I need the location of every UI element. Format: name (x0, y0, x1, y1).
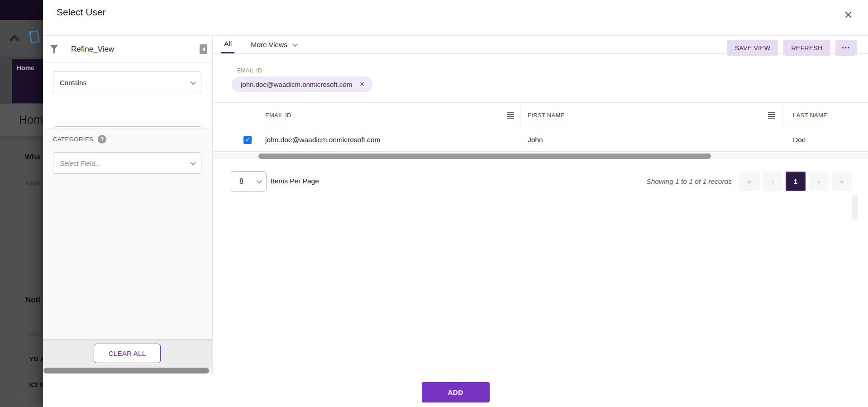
column-header-email-label: EMAIL ID (265, 112, 291, 119)
filter-chip: john.doe@waadicm.onmicrosoft.com ✕ (232, 77, 373, 92)
column-header-first-name-label: FIRST NAME (528, 112, 565, 119)
triangle-left-icon (202, 47, 205, 52)
background-row-2: ICI N (29, 381, 43, 388)
tab-more-views-label: More Views (251, 41, 287, 49)
category-field-placeholder: Select Field... (60, 159, 101, 167)
column-header-last-name-label: LAST NAME (793, 112, 827, 119)
background-card-title: Wha (25, 153, 40, 161)
pagination-controls: Showing 1 to 1 of 1 records « ‹ 1 › » (646, 172, 852, 191)
add-button[interactable]: ADD (422, 382, 490, 402)
refine-panel-header: Refine_View (43, 36, 212, 63)
background-page-title: Home (19, 113, 43, 126)
close-icon[interactable]: ✕ (844, 10, 853, 20)
items-per-page-value: 8 (239, 177, 243, 186)
scrollbar-thumb[interactable] (43, 368, 209, 373)
active-filters-zone: EMAIL ID john.doe@waadicm.onmicrosoft.co… (213, 54, 868, 102)
modal-title: Select User (57, 7, 106, 18)
categories-label-row: CATEGORIES ? (53, 135, 106, 144)
first-page-button[interactable]: « (739, 172, 759, 191)
filter-field-label: EMAIL ID (237, 67, 262, 74)
refresh-button[interactable]: REFRESH (783, 40, 830, 56)
table-row[interactable]: ✓ john.doe@waadicm.onmicrosoft.com John … (213, 128, 868, 152)
row-select-cell: ✓ (213, 136, 265, 144)
previous-page-button[interactable]: ‹ (763, 172, 782, 191)
select-column-header (213, 103, 265, 128)
background-topbar (0, 0, 43, 20)
save-view-button[interactable]: SAVE VIEW (727, 40, 778, 56)
modal-body: Refine_View Contains CATEGORIES (43, 35, 868, 377)
views-tabbar: All More Views SAVE VIEW REFRESH ••• (213, 36, 868, 54)
help-icon[interactable]: ? (98, 135, 106, 144)
column-header-first-name: FIRST NAME (520, 103, 783, 128)
refine-filter-section: Contains (43, 63, 212, 129)
scrollbar-thumb[interactable] (258, 153, 711, 159)
filter-chip-value: john.doe@waadicm.onmicrosoft.com (241, 81, 352, 88)
chevron-down-icon (257, 178, 262, 184)
panel-horizontal-scrollbar[interactable] (43, 367, 212, 374)
chevron-down-icon (191, 159, 196, 165)
items-per-page-label: Items Per Page (271, 177, 319, 185)
more-options-button[interactable]: ••• (835, 40, 857, 56)
background-tab-home: Home (12, 59, 43, 103)
column-header-last-name: LAST NAME (783, 103, 868, 128)
last-page-button[interactable]: » (832, 172, 852, 191)
row-last-name-cell: Doe (783, 136, 868, 144)
background-row-1: YB A (29, 355, 43, 363)
chevron-down-icon (292, 41, 298, 47)
background-empty-text: Noth (26, 179, 40, 187)
refine-panel: Refine_View Contains CATEGORIES (43, 36, 213, 374)
chevron-down-icon (191, 79, 196, 85)
table-header-row: EMAIL ID FIRST NAME LAST NAME (213, 103, 868, 128)
background-divider (17, 395, 43, 395)
background-column-header: SUB (28, 331, 39, 337)
pagination-summary: Showing 1 to 1 of 1 records (646, 177, 732, 186)
row-checkbox[interactable]: ✓ (243, 136, 252, 144)
categories-label: CATEGORIES (53, 136, 93, 143)
modal-footer: ADD (43, 377, 868, 407)
results-content: All More Views SAVE VIEW REFRESH ••• EMA… (213, 36, 868, 377)
users-table: EMAIL ID FIRST NAME LAST NAME (213, 102, 868, 159)
remove-filter-icon[interactable]: ✕ (359, 81, 365, 88)
background-content (0, 136, 43, 407)
background-notifications-title: Noti (25, 296, 40, 305)
operator-select-value: Contains (60, 79, 86, 86)
row-first-name-cell: John (520, 136, 783, 144)
app-logo-icon (29, 30, 40, 44)
background-divider (17, 372, 43, 372)
column-header-email: EMAIL ID (265, 103, 520, 128)
operator-select[interactable]: Contains (53, 72, 201, 93)
category-field-select[interactable]: Select Field... (53, 152, 201, 174)
select-user-modal: Select User ✕ Refine_View Contains (43, 0, 868, 407)
column-menu-icon[interactable] (507, 112, 514, 119)
table-horizontal-scrollbar[interactable] (213, 153, 868, 159)
next-page-button[interactable]: › (809, 172, 829, 191)
column-menu-icon[interactable] (768, 112, 775, 119)
categories-section: CATEGORIES ? Select Field... (43, 129, 212, 339)
clear-all-button[interactable]: CLEAR ALL (94, 344, 161, 363)
current-page-button[interactable]: 1 (786, 172, 806, 191)
refine-panel-title: Refine_View (71, 45, 114, 54)
tab-all[interactable]: All (221, 36, 234, 53)
tab-more-views[interactable]: More Views (248, 36, 299, 53)
pagination-bar: 8 Items Per Page Showing 1 to 1 of 1 rec… (213, 171, 868, 207)
filter-funnel-icon (50, 45, 58, 54)
collapse-panel-button[interactable] (200, 44, 207, 54)
items-per-page-select[interactable]: 8 (231, 171, 267, 192)
screen: Home Home Wha Noth Noti SUB YB A ICI N S… (0, 0, 868, 407)
refine-panel-footer: CLEAR ALL (43, 339, 212, 367)
row-email-cell: john.doe@waadicm.onmicrosoft.com (265, 136, 520, 144)
view-actions: SAVE VIEW REFRESH ••• (727, 40, 857, 56)
background-app: Home Home Wha Noth Noti SUB YB A ICI N (0, 0, 43, 407)
